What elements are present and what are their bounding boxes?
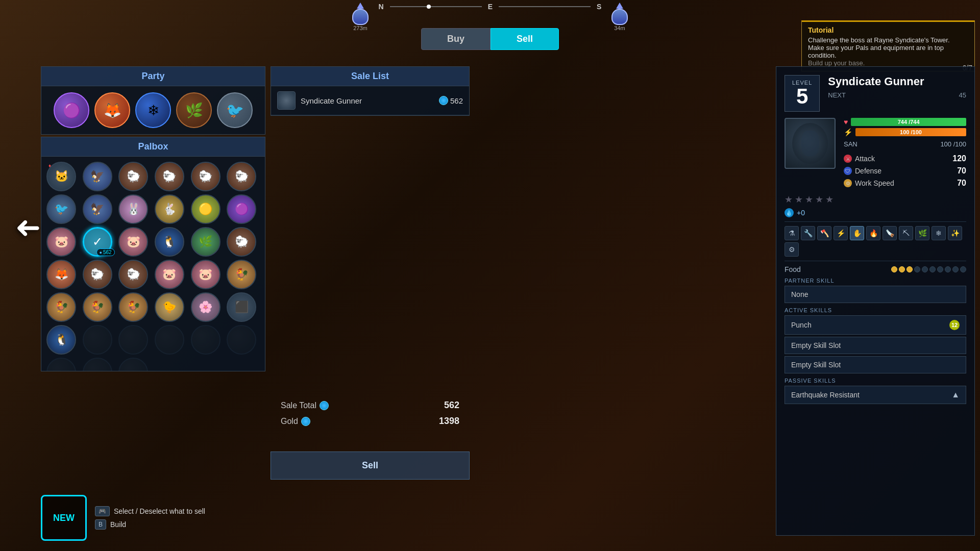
palbox-item-empty-7[interactable] — [118, 358, 148, 371]
food-dot-9 — [960, 266, 966, 272]
palbox-header: Palbox — [41, 137, 265, 157]
palbox-item-18[interactable]: 🦊 — [46, 260, 76, 289]
palbox-item-30[interactable]: 🐧 — [46, 325, 76, 355]
active-skill-1-box[interactable]: Punch 12 — [785, 315, 966, 335]
food-dot-6 — [937, 266, 943, 272]
food-dot-0 — [891, 266, 897, 272]
tutorial-panel: Tutorial Challenge the boss at Rayne Syn… — [801, 20, 975, 71]
palbox-item-22[interactable]: 🐷 — [191, 260, 220, 289]
active-skill-1-name: Punch — [791, 321, 812, 329]
palbox-item-empty-4[interactable] — [227, 325, 256, 355]
partner-skill-value: None — [791, 290, 808, 298]
palbox-item-empty-2[interactable] — [155, 325, 184, 355]
skill-btn-4[interactable]: ✋ — [850, 226, 864, 240]
skill-btn-1[interactable]: 🔧 — [801, 226, 815, 240]
partner-skill-label: Partner Skill — [785, 278, 966, 284]
passive-dropdown-icon[interactable]: ▲ — [951, 390, 960, 399]
palbox-item-7[interactable]: 🦅 — [83, 194, 112, 224]
palbox-item-empty-5[interactable] — [46, 358, 76, 371]
palbox-item-8[interactable]: 🐰 — [118, 194, 148, 224]
skill-btn-7[interactable]: ⛏ — [899, 226, 913, 240]
palbox-item-28[interactable]: 🌸 — [191, 292, 220, 322]
party-member-3[interactable]: 🌿 — [176, 92, 212, 128]
skill-btn-2[interactable]: 🪓 — [817, 226, 831, 240]
skill-btn-8[interactable]: 🌿 — [915, 226, 929, 240]
palbox-item-15[interactable]: 🐧 — [155, 227, 184, 257]
next-row: NEXT 45 — [828, 91, 966, 99]
defense-name: 🛡 Defense — [844, 167, 881, 175]
party-member-2[interactable]: ❄ — [135, 92, 171, 128]
palbox-item-empty-3[interactable] — [191, 325, 220, 355]
sell-action-button[interactable]: Sell — [271, 452, 470, 480]
palbox-item-3[interactable]: 🐑 — [155, 162, 184, 191]
party-member-0[interactable]: 🟣 — [54, 92, 89, 128]
new-badge: NEW — [53, 513, 75, 523]
sale-list-panel: Sale List Syndicate Gunner 562 — [271, 66, 470, 116]
sale-item-0[interactable]: Syndicate Gunner 562 — [271, 86, 469, 115]
hp-value: 744 /744 — [898, 119, 920, 125]
palbox-item-11[interactable]: 🟣 — [227, 194, 256, 224]
palbox-item-9[interactable]: 🐇 — [155, 194, 184, 224]
palbox-item-17[interactable]: 🐑 — [227, 227, 256, 257]
palbox-item-24[interactable]: 🐓 — [46, 292, 76, 322]
palbox-item-14[interactable]: 🐷 — [118, 227, 148, 257]
food-dot-5 — [929, 266, 936, 272]
sell-tab-button[interactable]: Sell — [491, 28, 559, 50]
buy-button[interactable]: Buy — [421, 28, 491, 50]
palbox-item-16[interactable]: 🌿 — [191, 227, 220, 257]
skill-btn-10[interactable]: ✨ — [948, 226, 962, 240]
sale-item-name: Syndicate Gunner — [301, 96, 434, 105]
gold-icon-small — [439, 96, 448, 105]
hint-select-text: Select / Deselect what to sell — [114, 507, 205, 515]
gold-row: Gold 1398 — [281, 416, 459, 427]
passive-skill-box[interactable]: Earthquake Resistant ▲ — [785, 386, 966, 404]
sale-item-price: 562 — [439, 96, 463, 105]
skill-btn-3[interactable]: ⚡ — [834, 226, 848, 240]
palbox-item-10[interactable]: 🟡 — [191, 194, 220, 224]
palbox-item-29[interactable]: ⬛ — [227, 292, 256, 322]
star-4: ★ — [825, 194, 834, 205]
party-member-1[interactable]: 🦊 — [94, 92, 130, 128]
hint-select-key: 🎮 — [95, 506, 110, 516]
level-number: 5 — [792, 86, 812, 107]
palbox-item-6[interactable]: 🐦 — [46, 194, 76, 224]
palbox-item-20[interactable]: 🐑 — [118, 260, 148, 289]
palbox-item-23[interactable]: 🐓 — [227, 260, 256, 289]
skill-btn-11[interactable]: ⚙ — [785, 242, 799, 257]
palbox-item-1[interactable]: 🦅 — [83, 162, 112, 191]
food-dot-3 — [914, 266, 920, 272]
food-dot-2 — [906, 266, 913, 272]
san-row: SAN 100 /100 — [844, 140, 966, 148]
palbox-item-13[interactable]: ✓ ● 562 — [83, 227, 112, 257]
partner-skill-box[interactable]: None — [785, 286, 966, 303]
skill-level-circle: 12 — [949, 320, 960, 330]
palbox-item-empty-6[interactable] — [83, 358, 112, 371]
hp-bar-fill: 744 /744 — [851, 118, 966, 126]
palbox-item-0[interactable]: 🐱♦ — [46, 162, 76, 191]
pal-portrait — [785, 118, 836, 169]
palbox-item-empty-1[interactable] — [118, 325, 148, 355]
palbox-item-12[interactable]: 🐷 — [46, 227, 76, 257]
skill-btn-0[interactable]: ⚗ — [785, 226, 799, 240]
skill-btn-6[interactable]: 🪚 — [883, 226, 897, 240]
attack-row: ⚔ Attack 120 — [844, 154, 966, 163]
active-skill-2-box[interactable]: Empty Skill Slot — [785, 337, 966, 354]
palbox-item-26[interactable]: 🐓 — [118, 292, 148, 322]
skill-btn-9[interactable]: ❄ — [932, 226, 946, 240]
palbox-item-19[interactable]: 🐑 — [83, 260, 112, 289]
defense-value: 70 — [957, 166, 966, 176]
palbox-item-2[interactable]: 🐑 — [118, 162, 148, 191]
palbox-item-21[interactable]: 🐷 — [155, 260, 184, 289]
palbox-item-5[interactable]: 🐑 — [227, 162, 256, 191]
palbox-item-27[interactable]: 🐤 — [155, 292, 184, 322]
palbox-item-4[interactable]: 🐑 — [191, 162, 220, 191]
party-member-4[interactable]: 🐦 — [217, 92, 253, 128]
new-badge-container: NEW — [41, 495, 87, 541]
active-skill-3-box[interactable]: Empty Skill Slot — [785, 356, 966, 373]
palbox-item-empty-0[interactable] — [83, 325, 112, 355]
middle-panel: Sale List Syndicate Gunner 562 Sale Tota… — [271, 66, 470, 510]
sp-icon: ⚡ — [844, 128, 852, 136]
stats-grid: ⚔ Attack 120 🛡 Defense 70 ⚙ Work Speed — [844, 154, 966, 188]
skill-btn-5[interactable]: 🔥 — [866, 226, 880, 240]
palbox-item-25[interactable]: 🐓 — [83, 292, 112, 322]
